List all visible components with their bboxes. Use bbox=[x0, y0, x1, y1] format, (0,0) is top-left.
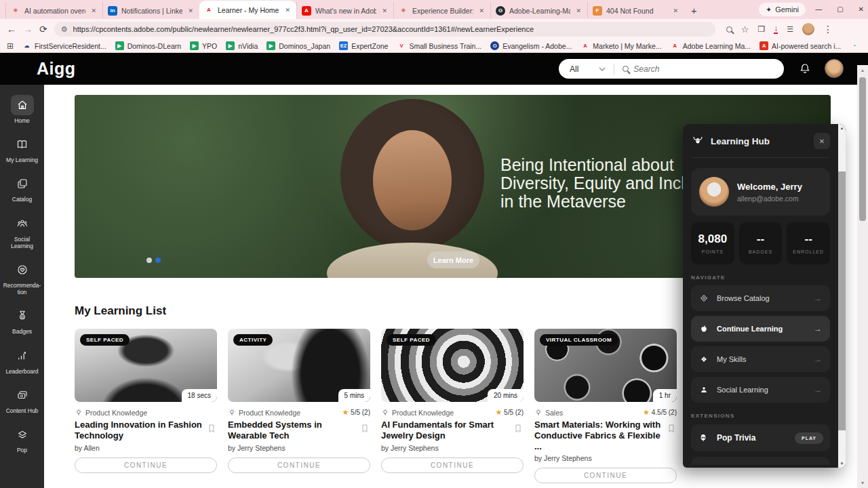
zoom-icon[interactable] bbox=[726, 26, 732, 33]
gemini-button[interactable]: ✦ Gemini bbox=[759, 3, 806, 16]
minimize-button[interactable]: — bbox=[815, 5, 822, 13]
course-thumbnail[interactable]: ACTIVITY 5 mins bbox=[228, 329, 370, 402]
browser-tab[interactable]: A Learner - My Home ✕ bbox=[199, 1, 296, 19]
bookmark-item[interactable]: A AI-powered search i... bbox=[760, 41, 841, 50]
bookmark-star-icon[interactable]: ☆ bbox=[741, 24, 749, 35]
user-avatar[interactable] bbox=[825, 59, 844, 78]
bookmark-save-icon[interactable] bbox=[361, 424, 369, 434]
tab-close-icon[interactable]: ✕ bbox=[283, 7, 292, 14]
search-input[interactable] bbox=[633, 64, 735, 74]
browser-tab[interactable]: F 404 Not Found ✕ bbox=[587, 2, 684, 19]
app-logo[interactable]: Aigg bbox=[37, 59, 76, 79]
learning-hub-title: Learning Hub bbox=[711, 136, 770, 146]
bookmark-save-icon[interactable] bbox=[514, 424, 522, 434]
downloads-icon[interactable]: ↓ bbox=[774, 24, 778, 34]
site-settings-icon[interactable]: ⚙ bbox=[61, 25, 68, 34]
bookmark-item[interactable]: O Evangelism - Adobe... bbox=[490, 41, 572, 50]
apps-grid-icon[interactable]: ⊞ bbox=[7, 41, 14, 51]
course-title[interactable]: AI Fundamentals for Smart Jewelry Design bbox=[381, 420, 524, 442]
bookmark-item[interactable]: ▶ Dominos_Japan bbox=[267, 41, 330, 50]
learn-more-button[interactable]: Learn More bbox=[427, 251, 479, 268]
url-omnibox[interactable]: ⚙ https://cpcontents.adobe.com/public/ne… bbox=[54, 22, 715, 37]
continue-button[interactable]: CONTINUE bbox=[381, 458, 524, 473]
bookmark-item[interactable]: A Adobe Learning Ma... bbox=[671, 41, 751, 50]
scroll-up-icon[interactable]: ▲ bbox=[838, 126, 846, 130]
course-title[interactable]: Embedded Systems in Wearable Tech bbox=[228, 420, 370, 442]
back-icon[interactable]: ← bbox=[7, 24, 16, 35]
browser-tab[interactable]: ✳ Experience Builder: Adobe Le ✕ bbox=[393, 2, 490, 19]
sidebar-item-leaderboard[interactable]: Leaderboard bbox=[1, 346, 43, 375]
hub-scrollbar-thumb[interactable] bbox=[838, 171, 846, 430]
browser-tab[interactable]: ✳ AI automation overconfidenc ✕ bbox=[5, 2, 102, 19]
browser-tab[interactable]: G Adobe-Learning-Manager-A ✕ bbox=[490, 2, 587, 19]
continue-button[interactable]: CONTINUE bbox=[534, 468, 677, 483]
course-thumbnail[interactable]: SELF PACED 20 mins bbox=[381, 329, 524, 402]
bookmark-item[interactable]: V Small Business Train... bbox=[397, 41, 481, 50]
tab-close-icon[interactable]: ✕ bbox=[477, 7, 486, 14]
hub-nav-continue-learning[interactable]: Continue Learning → bbox=[691, 316, 830, 342]
course-thumbnail[interactable]: VIRTUAL CLASSROOM 1 hr bbox=[534, 329, 677, 402]
app-header: Aigg All bbox=[0, 53, 868, 85]
reload-icon[interactable]: ⟳ bbox=[39, 24, 47, 35]
bookmark-item[interactable]: ☁ FirstServiceResident... bbox=[22, 41, 106, 50]
tab-close-icon[interactable]: ✕ bbox=[574, 7, 583, 14]
sidebar-item-my-learning[interactable]: My Learning bbox=[1, 134, 43, 163]
carousel-dot[interactable] bbox=[146, 258, 152, 263]
extension-pop-trivia[interactable]: Pop Trivia PLAY bbox=[691, 424, 830, 451]
hub-close-icon[interactable]: ✕ bbox=[814, 133, 830, 149]
notifications-bell-icon[interactable] bbox=[799, 62, 811, 75]
browser-tab[interactable]: A What's new in Adobe Learni ✕ bbox=[296, 2, 393, 19]
tab-close-icon[interactable]: ✕ bbox=[380, 7, 389, 14]
bookmark-item[interactable]: ▶ Dominos-DLearn bbox=[115, 41, 181, 50]
hub-nav-social-learning[interactable]: Social Learning → bbox=[691, 377, 830, 403]
continue-button[interactable]: CONTINUE bbox=[75, 458, 217, 473]
more-menu-icon[interactable]: ⋮ bbox=[823, 24, 833, 35]
course-title[interactable]: Leading Innovation in Fashion Technology bbox=[75, 420, 217, 442]
tab-close-icon[interactable]: ✕ bbox=[671, 7, 679, 14]
bookmark-item[interactable]: ▶ YPO bbox=[190, 41, 217, 50]
sidebar-item-home[interactable]: Home bbox=[1, 95, 43, 124]
maximize-button[interactable]: ▢ bbox=[837, 5, 843, 13]
new-tab-button[interactable]: + bbox=[684, 5, 704, 19]
carousel-dot-active[interactable] bbox=[155, 258, 161, 263]
sidebar-item-recommendation[interactable]: Recommenda-tion bbox=[1, 260, 43, 296]
bookmark-item[interactable]: ▶ nVidia bbox=[226, 41, 258, 50]
browser-profile-avatar[interactable] bbox=[802, 23, 814, 35]
bookmark-item[interactable]: A Marketo | My Marke... bbox=[580, 41, 661, 50]
media-list-icon[interactable]: ☰ bbox=[787, 25, 793, 34]
sidebar-item-catalog[interactable]: Catalog bbox=[1, 174, 43, 203]
hub-nav-browse-catalog[interactable]: Browse Catalog → bbox=[691, 285, 830, 311]
lightbulb-icon bbox=[228, 408, 236, 417]
bookmark-save-icon[interactable] bbox=[208, 424, 216, 434]
content-hub-icon bbox=[16, 389, 28, 401]
hub-nav-my-skills[interactable]: My Skills → bbox=[691, 346, 830, 372]
sidebar-item-pop[interactable]: Pop bbox=[1, 424, 43, 453]
hub-scrollbar[interactable]: ▲ ▼ bbox=[838, 124, 846, 468]
course-title[interactable]: Smart Materials: Working with Conductive… bbox=[534, 420, 677, 452]
page-scrollbar[interactable]: ▲ ▼ bbox=[857, 65, 868, 488]
close-button[interactable]: ✕ bbox=[859, 5, 864, 13]
sidebar-item-content-hub[interactable]: Content Hub bbox=[1, 385, 43, 414]
bookmark-item[interactable]: ◔ Empower Your Sales... bbox=[850, 41, 861, 50]
scroll-up-icon[interactable]: ▲ bbox=[857, 68, 868, 73]
tab-close-icon[interactable]: ✕ bbox=[90, 7, 98, 14]
continue-button[interactable]: CONTINUE bbox=[228, 458, 370, 473]
browser-tab[interactable]: in Notifications | LinkedIn ✕ bbox=[102, 2, 199, 19]
sidebar-item-badges[interactable]: Badges bbox=[1, 306, 43, 335]
scroll-down-icon[interactable]: ▼ bbox=[838, 462, 846, 466]
side-panel-icon[interactable]: ❒ bbox=[757, 24, 765, 34]
sidebar-item-social-learning[interactable]: Social Learning bbox=[1, 214, 43, 249]
left-sidebar: Home My Learning Catalog Social Learning… bbox=[0, 85, 44, 488]
forward-icon[interactable]: → bbox=[23, 24, 33, 35]
bookmark-item[interactable]: EZ ExpertZone bbox=[339, 41, 388, 50]
tab-close-icon[interactable]: ✕ bbox=[186, 7, 195, 14]
course-thumbnail[interactable]: SELF PACED 18 secs bbox=[75, 329, 217, 402]
play-button[interactable]: PLAY bbox=[795, 432, 823, 444]
course-rating: ★ 5/5 (2) bbox=[342, 408, 370, 417]
stat-enrolled: -- ENROLLED bbox=[787, 222, 830, 264]
page-scrollbar-thumb[interactable] bbox=[859, 77, 866, 221]
tab-title: Experience Builder: Adobe Le bbox=[412, 7, 473, 15]
scroll-down-icon[interactable]: ▼ bbox=[857, 481, 868, 485]
search-scope-select[interactable]: All bbox=[559, 64, 614, 75]
bookmark-save-icon[interactable] bbox=[667, 424, 675, 434]
